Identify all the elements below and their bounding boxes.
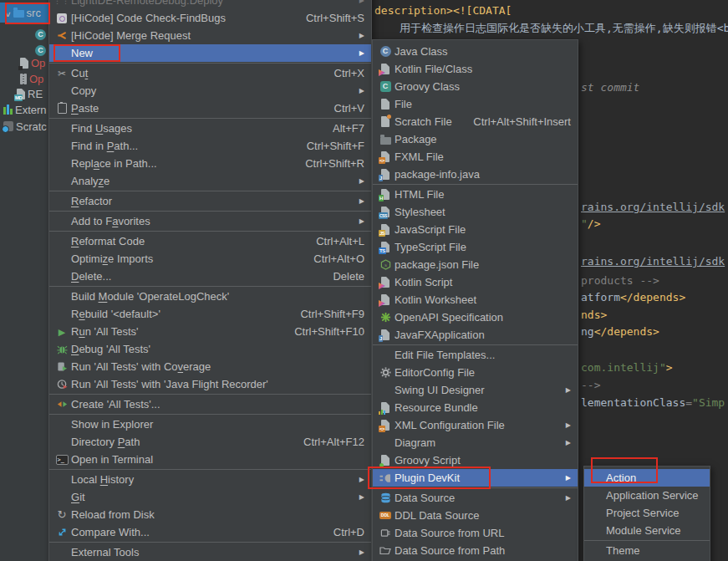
menu-item-javafxapplication[interactable]: JJavaFXApplication: [373, 326, 578, 344]
menu-item-package[interactable]: Package: [373, 130, 578, 148]
menu-item-local-history[interactable]: Local History▶: [49, 471, 371, 488]
menu-item-kotlin-file-class[interactable]: Kotlin File/Class: [373, 60, 578, 78]
menu-item-label: Kotlin File/Class: [395, 63, 472, 75]
menu-item-run-all-tests-with-coverage[interactable]: Run 'All Tests' with Coverage: [49, 358, 371, 375]
menu-item-kotlin-worksheet[interactable]: Kotlin Worksheet: [373, 291, 578, 309]
menu-item-label: Add to Favorites: [71, 215, 150, 227]
no-icon: [54, 419, 69, 431]
menu-item-reformat-code[interactable]: Reformat CodeCtrl+Alt+L: [49, 232, 371, 250]
menu-item-label: Show in Explorer: [71, 418, 153, 431]
menu-item-analyze[interactable]: Analyze▶: [49, 172, 371, 190]
menu-item-find-in-path[interactable]: Find in Path...Ctrl+Shift+F: [49, 137, 371, 155]
menu-item-xml-configuration-file[interactable]: <>XML Configuration File▶: [373, 416, 578, 434]
tree-item-extern[interactable]: Extern: [3, 102, 47, 117]
menu-item-fxml-file[interactable]: <>FXML File: [373, 148, 578, 166]
submenu-arrow-icon: ▶: [354, 217, 364, 225]
menu-item-scratch-file[interactable]: Scratch FileCtrl+Alt+Shift+Insert: [373, 113, 578, 130]
menu-item-hicode-merge-request[interactable]: [HiCode] Merge Request▶: [49, 27, 371, 44]
menu-item-cut[interactable]: ✂CutCtrl+X: [49, 64, 371, 82]
kotlin-file-icon: [378, 277, 393, 288]
gear-icon: [378, 367, 393, 379]
menu-item-reload-from-disk[interactable]: ↻Reload from Disk: [49, 506, 371, 523]
menu-item-hicode-code-check-findbugs[interactable]: [HiCode] Code Check-FindBugsCtrl+Shift+S: [49, 9, 371, 27]
menu-item-edit-file-templates[interactable]: Edit File Templates...: [373, 346, 578, 364]
menu-item-show-in-explorer[interactable]: Show in Explorer: [49, 416, 371, 433]
svg-text:s: s: [384, 263, 386, 268]
menu-item-copy[interactable]: Copy▶: [49, 82, 371, 99]
scratches-icon: [3, 121, 13, 131]
menu-item-label: Data Source: [395, 492, 455, 504]
menu-item-run-all-tests[interactable]: ▶Run 'All Tests'Ctrl+Shift+F10: [49, 323, 371, 340]
menu-item-refactor[interactable]: Refactor▶: [49, 192, 371, 210]
tree-item-op[interactable]: Op: [20, 55, 45, 70]
menu-item-replace-in-path[interactable]: Replace in Path...Ctrl+Shift+R: [49, 155, 371, 172]
no-icon: [54, 436, 69, 448]
menu-item-debug-all-tests[interactable]: Debug 'All Tests': [49, 340, 371, 358]
menu-item-editorconfig-file[interactable]: EditorConfig File: [373, 364, 578, 381]
menu-item-build-module-operatelogcheck[interactable]: Build Module 'OperateLogCheck': [49, 288, 371, 305]
menu-item-git[interactable]: Git▶: [49, 488, 371, 506]
no-icon: [54, 196, 69, 207]
menu-item-package-json-file[interactable]: spackage.json File: [373, 256, 578, 273]
menu-item-resource-bundle[interactable]: Resource Bundle: [373, 399, 578, 416]
create-tests-icon: [54, 399, 69, 411]
openapi-icon: [378, 312, 393, 324]
menu-item-diagram[interactable]: Diagram▶: [373, 434, 578, 451]
menu-item-compare-with[interactable]: Compare With...Ctrl+D: [49, 523, 371, 541]
menu-item-ddl-data-source[interactable]: DDLDDL Data Source: [373, 507, 578, 524]
menu-item-typescript-file[interactable]: TSTypeScript File: [373, 238, 578, 256]
tree-item[interactable]: C: [35, 27, 46, 42]
no-icon: [54, 236, 69, 247]
menu-shortcut: Ctrl+Alt+O: [313, 252, 364, 265]
menu-item-project-service[interactable]: Project Service: [584, 504, 710, 522]
menu-item-package-info-java[interactable]: Jpackage-info.java: [373, 166, 578, 183]
menu-item-html-file[interactable]: HHTML File: [373, 186, 578, 203]
menu-item-groovy-class[interactable]: CGroovy Class: [373, 78, 578, 95]
db-icon: [378, 492, 393, 504]
menu-item-run-all-tests-with-java-flight-recorder[interactable]: Run 'All Tests' with 'Java Flight Record…: [49, 375, 371, 393]
menu-item-directory-path[interactable]: Directory PathCtrl+Alt+F12: [49, 433, 371, 451]
merge-request-icon: [54, 30, 69, 42]
no-icon: [54, 216, 69, 227]
no-icon: [54, 309, 69, 320]
java-class-icon: C: [378, 46, 393, 58]
menu-item-module-service[interactable]: Module Service: [584, 522, 710, 539]
md-file-icon: MD: [17, 89, 25, 99]
menu-item-label: OpenAPI Specification: [395, 311, 503, 324]
menu-item-paste[interactable]: PasteCtrl+V: [49, 99, 371, 117]
menu-item-java-class[interactable]: CJava Class: [373, 43, 578, 60]
menu-item-data-source[interactable]: Data Source▶: [373, 489, 578, 507]
coverage-icon: [54, 361, 69, 373]
menu-item-label: Rebuild '<default>': [71, 308, 160, 320]
menu-item-javascript-file[interactable]: JSJavaScript File: [373, 221, 578, 238]
tree-item-op[interactable]: Op: [20, 71, 43, 86]
menu-item-add-to-favorites[interactable]: Add to Favorites▶: [49, 212, 371, 230]
menu-item-external-tools[interactable]: External Tools▶: [49, 543, 371, 561]
menu-item-data-source-from-url[interactable]: Data Source from URL: [373, 524, 578, 542]
tree-item-re[interactable]: MDRE: [17, 86, 43, 101]
menu-item-data-source-from-path[interactable]: Data Source from Path: [373, 542, 578, 559]
submenu-arrow-icon: ▶: [354, 49, 364, 57]
menu-item-delete[interactable]: Delete...Delete: [49, 268, 371, 285]
menu-item-label: Kotlin Script: [395, 276, 452, 288]
no-icon: [378, 437, 393, 449]
menu-item-kotlin-script[interactable]: Kotlin Script: [373, 273, 578, 291]
menu-separator: [49, 118, 371, 119]
menu-item-create-all-tests[interactable]: Create 'All Tests'...: [49, 395, 371, 413]
menu-item-find-usages[interactable]: Find UsagesAlt+F7: [49, 120, 371, 137]
menu-item-open-in-terminal[interactable]: >_Open in Terminal: [49, 451, 371, 468]
menu-separator: [373, 344, 578, 345]
menu-item-swing-ui-designer[interactable]: Swing UI Designer▶: [373, 381, 578, 399]
jfr-icon: [54, 379, 69, 390]
menu-item-lightide-remotedebug-deploy[interactable]: ⋮⋮LightIDE-RemoteDebug:Deploy▶: [49, 0, 371, 9]
submenu-arrow-icon: ▶: [354, 197, 364, 205]
menu-item-openapi-specification[interactable]: OpenAPI Specification: [373, 309, 578, 326]
menu-shortcut: Ctrl+Shift+S: [306, 12, 364, 24]
menu-item-rebuild-default[interactable]: Rebuild '<default>'Ctrl+Shift+F9: [49, 305, 371, 323]
menu-item-stylesheet[interactable]: CSSStylesheet: [373, 203, 578, 221]
menu-item-theme[interactable]: Theme: [584, 542, 710, 559]
menu-item-optimize-imports[interactable]: Optimize ImportsCtrl+Alt+O: [49, 250, 371, 268]
tree-item-scratc[interactable]: Scratc: [3, 119, 47, 134]
menu-item-file[interactable]: File: [373, 95, 578, 113]
menu-item-application-service[interactable]: Application Service: [584, 487, 710, 504]
